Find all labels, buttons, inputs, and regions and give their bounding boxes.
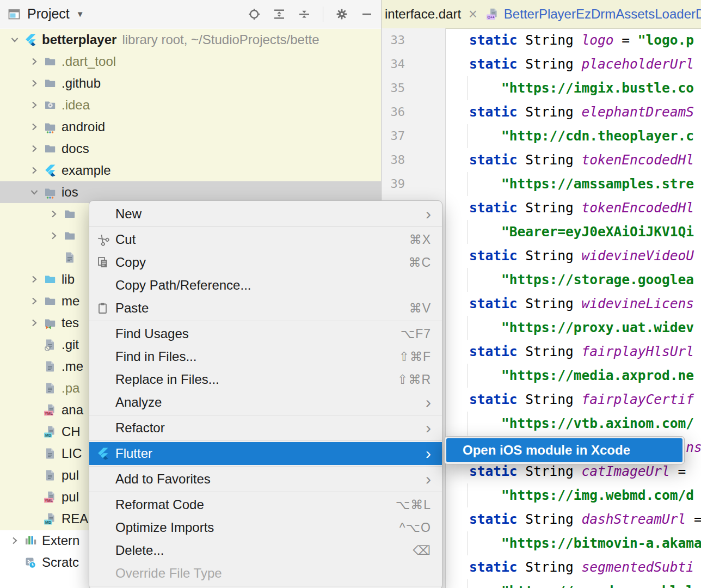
code-line: "https://media.axprod.ne [446, 364, 701, 388]
file-icon [44, 381, 57, 395]
line-number: 35 [382, 76, 405, 100]
code-line: "https://storage.googlea [446, 268, 701, 292]
chevron-right-icon[interactable] [27, 54, 41, 69]
chevron-right-icon[interactable] [47, 229, 61, 243]
svg-text:YML: YML [45, 498, 53, 503]
menu-item-reformat-code[interactable]: Reformat Code⌥⌘L [89, 493, 442, 516]
menu-item-open-ios-module-in-xcode[interactable]: Open iOS module in Xcode [446, 438, 682, 462]
chevron-right-icon[interactable] [8, 534, 22, 548]
svg-text:MD: MD [45, 520, 51, 525]
file-icon [44, 446, 57, 461]
code-line: static String placeholderUrl [446, 52, 701, 76]
tree-item-label: Extern [42, 533, 79, 548]
tab-interface-dart[interactable]: interface.dart × [382, 0, 483, 28]
line-number: 34 [382, 52, 405, 76]
tree-item--github[interactable]: .github [0, 72, 381, 94]
chevron-right-icon[interactable] [27, 142, 41, 156]
line-number: 37 [382, 124, 405, 148]
menu-item-new[interactable]: New› [89, 203, 442, 225]
menu-item-optimize-imports[interactable]: Optimize Imports^⌥O [89, 516, 442, 539]
close-tab-icon[interactable]: × [469, 6, 477, 23]
chevron-right-icon[interactable] [27, 316, 41, 330]
chevron-down-icon[interactable]: ▼ [76, 9, 84, 19]
menu-shortcut: ⌥F7 [401, 327, 431, 341]
code-editor[interactable]: static String logo = "logo.pstatic Strin… [446, 28, 701, 588]
code-line: "https://amssamples.stre [446, 172, 701, 196]
menu-item-analyze[interactable]: Analyze› [89, 391, 442, 414]
menu-item-refactor[interactable]: Refactor› [89, 416, 442, 439]
flutter-icon [95, 447, 111, 460]
tree-item-betterplayer[interactable]: betterplayerlibrary root, ~/StudioProjec… [0, 29, 381, 51]
svg-text:MD: MD [45, 433, 51, 438]
menu-item-label: Add to Favorites [115, 471, 211, 487]
menu-shortcut: ⇧⌘R [397, 372, 431, 387]
scissors-icon [95, 233, 111, 246]
submenu-arrow-icon: › [426, 420, 431, 436]
hide-pane-icon[interactable] [360, 8, 373, 21]
tool-window-icon [8, 8, 21, 21]
tree-item-label: docs [62, 141, 89, 156]
tree-item-label: android [62, 119, 105, 134]
file-md-icon: MD [44, 512, 57, 526]
tree-item-ios[interactable]: ios [0, 181, 381, 203]
chevron-right-icon[interactable] [47, 207, 61, 221]
menu-item-add-to-favorites[interactable]: Add to Favorites› [89, 468, 442, 491]
tree-item--idea[interactable]: .idea [0, 94, 381, 116]
menu-item-label: Find Usages [115, 326, 189, 341]
menu-separator [89, 226, 442, 227]
tree-item-label: .idea [62, 97, 90, 113]
menu-item-delete[interactable]: Delete...⌫ [89, 539, 442, 562]
menu-item-paste[interactable]: Paste⌘V [89, 297, 442, 320]
menu-item-copy-path-reference[interactable]: Copy Path/Reference... [89, 274, 442, 297]
menu-item-copy[interactable]: Copy⌘C [89, 251, 442, 274]
menu-item-cut[interactable]: Cut⌘X [89, 228, 442, 251]
tree-item-label: .git [62, 337, 79, 352]
folder-icon [63, 207, 76, 221]
chevron-right-icon[interactable] [27, 98, 41, 112]
file-icon [63, 250, 76, 265]
menu-shortcut: ^⌥O [399, 520, 431, 535]
menu-item-replace-in-files[interactable]: Replace in Files...⇧⌘R [89, 368, 442, 391]
file-yml-icon: YML [44, 403, 57, 417]
chevron-spacer [27, 490, 41, 504]
submenu-arrow-icon: › [426, 394, 431, 411]
menu-item-flutter[interactable]: Flutter› [89, 442, 442, 465]
menu-item-find-usages[interactable]: Find Usages⌥F7 [89, 322, 442, 345]
expand-all-icon[interactable] [273, 8, 286, 21]
code-line: static String tokenEncodedHl [446, 196, 701, 220]
tree-item-label: .dart_tool [62, 54, 116, 69]
line-number: 36 [382, 100, 405, 124]
tab-betterplayer-ezdrm-loader[interactable]: C++ BetterPlayerEzDrmAssetsLoaderD [483, 0, 701, 28]
folder-icon [44, 294, 57, 308]
tree-item-label: .github [62, 76, 101, 91]
settings-gear-icon[interactable] [335, 8, 348, 21]
chevron-spacer [27, 468, 41, 482]
tree-item-label: REA [62, 511, 88, 526]
collapse-all-icon[interactable] [298, 8, 311, 21]
copy-icon [95, 256, 111, 269]
chevron-down-icon[interactable] [8, 33, 22, 47]
chevron-right-icon[interactable] [27, 76, 41, 90]
code-line: static String elephantDreamS [446, 100, 701, 124]
chevron-right-icon[interactable] [27, 294, 41, 308]
chevron-right-icon[interactable] [27, 120, 41, 134]
menu-shortcut: ⌘V [409, 301, 431, 316]
menu-separator [89, 492, 442, 492]
tree-item--dart-tool[interactable]: .dart_tool [0, 51, 381, 72]
chevron-right-icon[interactable] [27, 163, 41, 177]
locate-icon[interactable] [248, 8, 261, 21]
menu-separator [89, 466, 442, 467]
menu-item-find-in-files[interactable]: Find in Files...⇧⌘F [89, 345, 442, 368]
menu-item-label: Find in Files... [115, 349, 196, 364]
chevron-right-icon[interactable] [27, 272, 41, 286]
tree-item-label: me [62, 293, 79, 309]
tree-item-label: example [62, 163, 111, 178]
code-line: "Bearer=eyJ0eXAiOiJKV1Qi [446, 220, 701, 244]
tree-item-example[interactable]: example [0, 160, 381, 181]
tree-item-android[interactable]: android [0, 116, 381, 138]
chevron-spacer [27, 381, 41, 395]
chevron-down-icon[interactable] [27, 185, 41, 199]
tree-item-docs[interactable]: docs [0, 138, 381, 160]
tree-item-label: betterplayer [42, 32, 116, 47]
code-line: "https://bitmovin-a.akama [446, 531, 701, 555]
